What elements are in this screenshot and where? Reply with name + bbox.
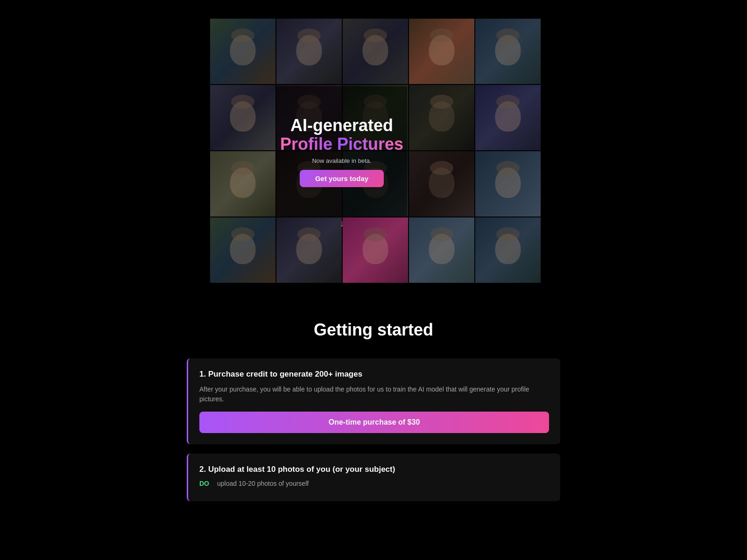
portrait-16	[210, 217, 275, 283]
step2-card: 2. Upload at least 10 photos of you (or …	[187, 454, 560, 501]
portrait-17	[276, 217, 342, 283]
portrait-20	[475, 217, 541, 283]
bullet-do-label: DO	[199, 480, 213, 487]
purchase-button[interactable]: One-time purchase of $30	[199, 412, 549, 433]
portrait-2	[276, 19, 342, 84]
step2-bullet1: DO upload 10-20 photos of yourself	[199, 480, 549, 487]
portrait-1	[210, 19, 275, 84]
portrait-15	[475, 151, 541, 217]
scroll-arrow: ↓	[339, 218, 344, 229]
hero-title-line1: AI-generated	[290, 116, 393, 135]
getting-started-section: Getting started 1. Purchase credit to ge…	[0, 320, 747, 529]
portrait-5	[475, 19, 541, 84]
hero-section: AI-generated Profile Pictures Now availa…	[0, 0, 747, 283]
section-title: Getting started	[187, 320, 560, 340]
step1-card: 1. Purchase credit to generate 200+ imag…	[187, 358, 560, 444]
portrait-19	[409, 217, 474, 283]
cta-button[interactable]: Get yours today	[300, 170, 384, 187]
step2-title: 2. Upload at least 10 photos of you (or …	[199, 465, 549, 474]
beta-label: Now available in beta.	[312, 157, 371, 164]
portrait-6	[210, 85, 275, 150]
portrait-10	[475, 85, 541, 150]
bullet1-text: upload 10-20 photos of yourself	[217, 480, 309, 487]
portrait-3	[343, 19, 408, 84]
portrait-4	[409, 19, 474, 84]
step1-title: 1. Purchase credit to generate 200+ imag…	[199, 370, 549, 379]
portrait-14	[409, 151, 474, 217]
hero-overlay: AI-generated Profile Pictures Now availa…	[276, 86, 407, 217]
portrait-11	[210, 151, 275, 217]
portrait-18	[343, 217, 408, 283]
portrait-grid-container: AI-generated Profile Pictures Now availa…	[210, 19, 537, 283]
portrait-9	[409, 85, 474, 150]
step1-description: After your purchase, you will be able to…	[199, 385, 549, 404]
hero-title-line2: Profile Pictures	[280, 135, 403, 154]
